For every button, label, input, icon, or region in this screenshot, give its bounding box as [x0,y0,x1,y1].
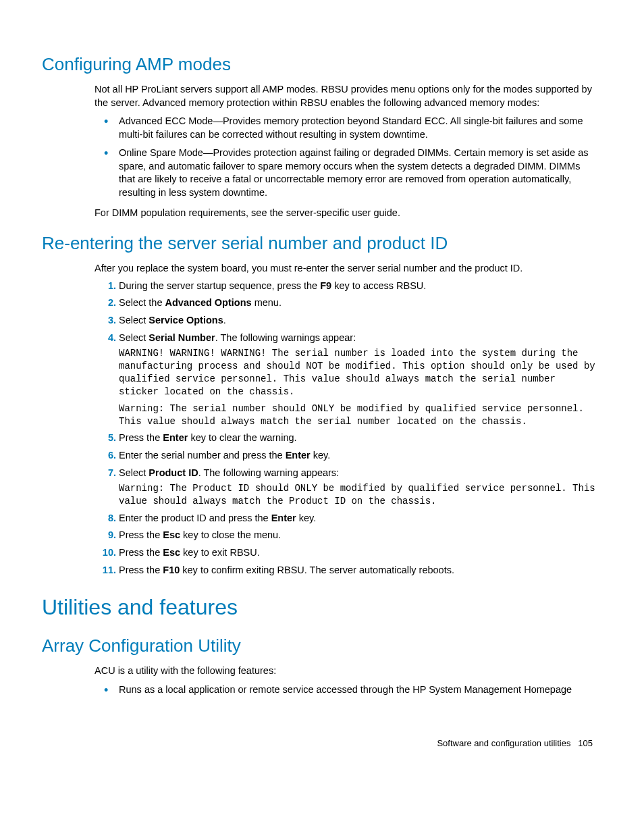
step-item: Select Service Options. [95,314,595,328]
code-block: Warning: The Product ID should ONLY be m… [119,482,595,508]
code-block: WARNING! WARNING! WARNING! The serial nu… [119,347,595,398]
paragraph: For DIMM population requirements, see th… [95,207,595,220]
list-item: Advanced ECC Mode—Provides memory protec… [95,115,595,141]
heading-utilities-features: Utilities and features [42,593,595,622]
footer-text: Software and configuration utilities [437,738,570,748]
page-footer: Software and configuration utilities 105 [42,737,595,750]
list-item: Runs as a local application or remote se… [95,683,595,697]
paragraph: Not all HP ProLiant servers support all … [95,83,595,109]
step-item: Press the Esc key to exit RBSU. [95,546,595,560]
step-item: Select Serial Number. The following warn… [95,332,595,428]
paragraph: ACU is a utility with the following feat… [95,664,595,678]
step-item: Press the Enter key to clear the warning… [95,432,595,445]
heading-configuring-amp: Configuring AMP modes [42,53,595,76]
step-item: Enter the product ID and press the Enter… [95,512,595,525]
step-item: Enter the serial number and press the En… [95,449,595,463]
list-item: Online Spare Mode—Provides protection ag… [95,147,595,199]
heading-array-config: Array Configuration Utility [42,634,595,658]
step-item: Press the Esc key to close the menu. [95,529,595,542]
step-item: During the server startup sequence, pres… [95,280,595,293]
page-number: 105 [578,738,593,748]
step-item: Press the F10 key to confirm exiting RBS… [95,564,595,577]
paragraph: After you replace the system board, you … [95,262,595,276]
heading-reentering-serial: Re-entering the server serial number and… [42,232,595,255]
step-item: Select Product ID. The following warning… [95,467,595,508]
code-block: Warning: The serial number should ONLY b… [119,402,595,428]
step-item: Select the Advanced Options menu. [95,296,595,310]
